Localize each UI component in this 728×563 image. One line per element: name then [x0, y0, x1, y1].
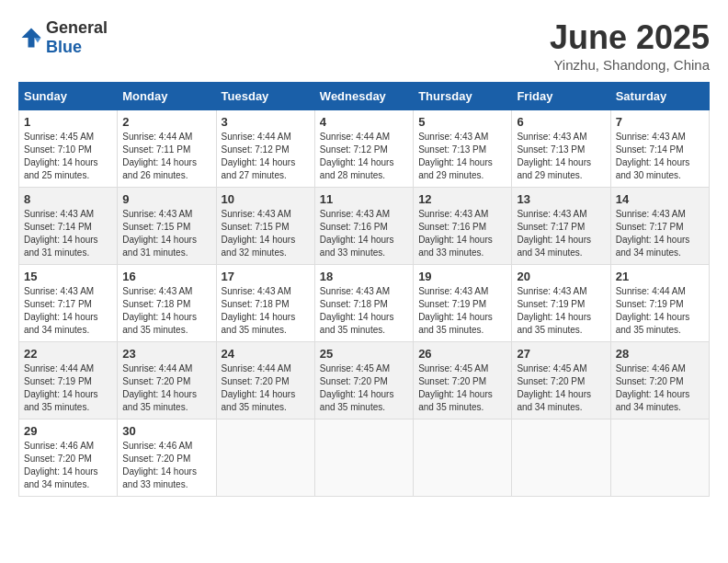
calendar-day-cell: 7Sunrise: 4:43 AM Sunset: 7:14 PM Daylig… — [610, 110, 709, 188]
logo-general-text: General — [46, 18, 108, 37]
calendar-day-cell — [610, 419, 709, 497]
calendar-day-cell: 24Sunrise: 4:44 AM Sunset: 7:20 PM Dayli… — [216, 342, 314, 419]
calendar-week-2: 8Sunrise: 4:43 AM Sunset: 7:14 PM Daylig… — [19, 188, 710, 265]
calendar-day-cell: 28Sunrise: 4:46 AM Sunset: 7:20 PM Dayli… — [610, 342, 709, 419]
day-number: 23 — [122, 347, 210, 361]
day-number: 15 — [24, 270, 112, 283]
calendar-day-cell: 5Sunrise: 4:43 AM Sunset: 7:13 PM Daylig… — [414, 110, 512, 188]
day-number: 3 — [222, 115, 310, 129]
day-number: 29 — [24, 424, 112, 438]
day-info: Sunrise: 4:46 AM Sunset: 7:20 PM Dayligh… — [122, 440, 210, 491]
day-number: 4 — [320, 115, 408, 129]
day-number: 26 — [418, 347, 506, 361]
page-header: General Blue June 2025 Yinzhu, Shandong,… — [18, 18, 710, 73]
calendar-day-cell: 1Sunrise: 4:45 AM Sunset: 7:10 PM Daylig… — [19, 110, 118, 188]
day-number: 22 — [24, 347, 112, 361]
calendar-day-cell: 21Sunrise: 4:44 AM Sunset: 7:19 PM Dayli… — [610, 265, 709, 342]
day-info: Sunrise: 4:44 AM Sunset: 7:11 PM Dayligh… — [122, 131, 210, 182]
day-number: 11 — [320, 192, 408, 206]
day-info: Sunrise: 4:44 AM Sunset: 7:12 PM Dayligh… — [222, 131, 310, 182]
calendar-day-cell: 6Sunrise: 4:43 AM Sunset: 7:13 PM Daylig… — [512, 110, 610, 188]
calendar-week-1: 1Sunrise: 4:45 AM Sunset: 7:10 PM Daylig… — [19, 110, 710, 188]
calendar-day-cell: 4Sunrise: 4:44 AM Sunset: 7:12 PM Daylig… — [314, 110, 413, 188]
day-number: 28 — [616, 347, 704, 361]
calendar-day-cell: 2Sunrise: 4:44 AM Sunset: 7:11 PM Daylig… — [118, 110, 216, 188]
day-info: Sunrise: 4:43 AM Sunset: 7:18 PM Dayligh… — [122, 285, 210, 337]
calendar-day-cell: 25Sunrise: 4:45 AM Sunset: 7:20 PM Dayli… — [314, 342, 413, 419]
calendar-week-5: 29Sunrise: 4:46 AM Sunset: 7:20 PM Dayli… — [19, 419, 710, 497]
day-info: Sunrise: 4:44 AM Sunset: 7:19 PM Dayligh… — [616, 285, 704, 337]
day-info: Sunrise: 4:44 AM Sunset: 7:20 PM Dayligh… — [222, 362, 310, 414]
day-info: Sunrise: 4:45 AM Sunset: 7:20 PM Dayligh… — [418, 362, 506, 414]
calendar-day-cell — [314, 419, 413, 497]
day-info: Sunrise: 4:43 AM Sunset: 7:19 PM Dayligh… — [517, 285, 605, 337]
day-info: Sunrise: 4:43 AM Sunset: 7:17 PM Dayligh… — [517, 208, 605, 259]
day-info: Sunrise: 4:43 AM Sunset: 7:19 PM Dayligh… — [418, 285, 506, 337]
day-info: Sunrise: 4:43 AM Sunset: 7:18 PM Dayligh… — [320, 285, 408, 337]
day-info: Sunrise: 4:43 AM Sunset: 7:16 PM Dayligh… — [320, 208, 408, 259]
calendar-day-cell: 30Sunrise: 4:46 AM Sunset: 7:20 PM Dayli… — [118, 419, 216, 497]
day-number: 14 — [616, 192, 704, 206]
calendar-day-cell: 19Sunrise: 4:43 AM Sunset: 7:19 PM Dayli… — [414, 265, 512, 342]
calendar-day-cell: 3Sunrise: 4:44 AM Sunset: 7:12 PM Daylig… — [216, 110, 314, 188]
calendar-header-row: SundayMondayTuesdayWednesdayThursdayFrid… — [19, 83, 710, 110]
calendar-day-cell: 15Sunrise: 4:43 AM Sunset: 7:17 PM Dayli… — [19, 265, 118, 342]
day-header-friday: Friday — [512, 83, 610, 110]
calendar-day-cell: 20Sunrise: 4:43 AM Sunset: 7:19 PM Dayli… — [512, 265, 610, 342]
day-info: Sunrise: 4:43 AM Sunset: 7:14 PM Dayligh… — [24, 208, 112, 259]
day-info: Sunrise: 4:44 AM Sunset: 7:20 PM Dayligh… — [122, 362, 210, 414]
day-number: 20 — [517, 270, 605, 283]
calendar-day-cell: 9Sunrise: 4:43 AM Sunset: 7:15 PM Daylig… — [118, 188, 216, 265]
day-header-tuesday: Tuesday — [216, 83, 314, 110]
calendar-day-cell — [216, 419, 314, 497]
day-info: Sunrise: 4:46 AM Sunset: 7:20 PM Dayligh… — [24, 440, 112, 491]
calendar-week-3: 15Sunrise: 4:43 AM Sunset: 7:17 PM Dayli… — [19, 265, 710, 342]
day-info: Sunrise: 4:43 AM Sunset: 7:13 PM Dayligh… — [517, 131, 605, 182]
day-info: Sunrise: 4:43 AM Sunset: 7:14 PM Dayligh… — [616, 131, 704, 182]
day-header-wednesday: Wednesday — [314, 83, 413, 110]
calendar-day-cell: 14Sunrise: 4:43 AM Sunset: 7:17 PM Dayli… — [610, 188, 709, 265]
day-info: Sunrise: 4:43 AM Sunset: 7:13 PM Dayligh… — [418, 131, 506, 182]
calendar-day-cell: 11Sunrise: 4:43 AM Sunset: 7:16 PM Dayli… — [314, 188, 413, 265]
calendar-day-cell: 22Sunrise: 4:44 AM Sunset: 7:19 PM Dayli… — [19, 342, 118, 419]
calendar-day-cell — [414, 419, 512, 497]
day-header-thursday: Thursday — [414, 83, 512, 110]
day-number: 1 — [24, 115, 112, 129]
day-info: Sunrise: 4:43 AM Sunset: 7:16 PM Dayligh… — [418, 208, 506, 259]
logo: General Blue — [18, 18, 108, 57]
calendar-day-cell: 29Sunrise: 4:46 AM Sunset: 7:20 PM Dayli… — [19, 419, 118, 497]
day-info: Sunrise: 4:43 AM Sunset: 7:17 PM Dayligh… — [24, 285, 112, 337]
calendar-week-4: 22Sunrise: 4:44 AM Sunset: 7:19 PM Dayli… — [19, 342, 710, 419]
day-number: 30 — [122, 424, 210, 438]
day-info: Sunrise: 4:45 AM Sunset: 7:20 PM Dayligh… — [320, 362, 408, 414]
calendar-day-cell: 23Sunrise: 4:44 AM Sunset: 7:20 PM Dayli… — [118, 342, 216, 419]
day-info: Sunrise: 4:43 AM Sunset: 7:18 PM Dayligh… — [222, 285, 310, 337]
day-info: Sunrise: 4:43 AM Sunset: 7:17 PM Dayligh… — [616, 208, 704, 259]
day-number: 7 — [616, 115, 704, 129]
day-number: 16 — [122, 270, 210, 283]
subtitle: Yinzhu, Shandong, China — [550, 57, 710, 73]
calendar-day-cell: 18Sunrise: 4:43 AM Sunset: 7:18 PM Dayli… — [314, 265, 413, 342]
day-number: 24 — [222, 347, 310, 361]
day-number: 2 — [122, 115, 210, 129]
day-number: 13 — [517, 192, 605, 206]
day-info: Sunrise: 4:45 AM Sunset: 7:20 PM Dayligh… — [517, 362, 605, 414]
calendar-day-cell: 16Sunrise: 4:43 AM Sunset: 7:18 PM Dayli… — [118, 265, 216, 342]
day-number: 17 — [222, 270, 310, 283]
day-number: 9 — [122, 192, 210, 206]
main-title: June 2025 — [550, 18, 710, 57]
day-number: 5 — [418, 115, 506, 129]
calendar-table: SundayMondayTuesdayWednesdayThursdayFrid… — [18, 82, 710, 497]
day-info: Sunrise: 4:46 AM Sunset: 7:20 PM Dayligh… — [616, 362, 704, 414]
day-number: 19 — [418, 270, 506, 283]
calendar-day-cell: 8Sunrise: 4:43 AM Sunset: 7:14 PM Daylig… — [19, 188, 118, 265]
calendar-day-cell: 13Sunrise: 4:43 AM Sunset: 7:17 PM Dayli… — [512, 188, 610, 265]
calendar-day-cell — [512, 419, 610, 497]
day-info: Sunrise: 4:44 AM Sunset: 7:19 PM Dayligh… — [24, 362, 112, 414]
day-number: 21 — [616, 270, 704, 283]
day-number: 8 — [24, 192, 112, 206]
day-number: 25 — [320, 347, 408, 361]
day-info: Sunrise: 4:45 AM Sunset: 7:10 PM Dayligh… — [24, 131, 112, 182]
day-info: Sunrise: 4:43 AM Sunset: 7:15 PM Dayligh… — [222, 208, 310, 259]
day-number: 27 — [517, 347, 605, 361]
